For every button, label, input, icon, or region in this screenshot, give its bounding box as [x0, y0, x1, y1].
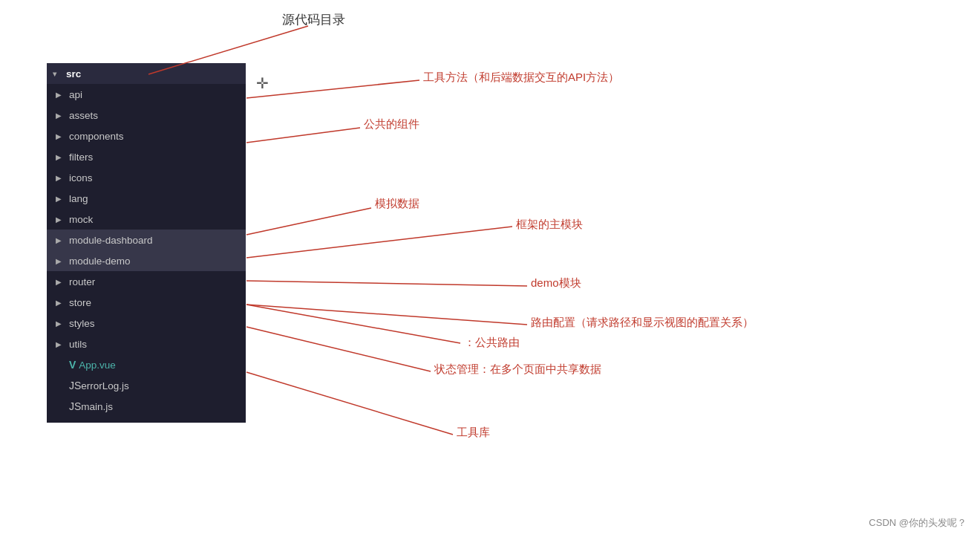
- arrow-icon: ▶: [56, 257, 66, 265]
- arrow-icon: ▶: [56, 319, 66, 328]
- item-label: router: [69, 276, 95, 287]
- item-label: store: [69, 297, 91, 308]
- tree-item-icons[interactable]: ▶ icons: [47, 167, 246, 188]
- svg-line-8: [246, 327, 431, 371]
- item-label: module-demo: [69, 256, 131, 267]
- tree-item-utils[interactable]: ▶ utils: [47, 334, 246, 354]
- tree-item-router[interactable]: ▶ router: [47, 271, 246, 292]
- tree-item-main-js[interactable]: ▶ JS main.js: [47, 396, 246, 417]
- page-title: 源代码目录: [282, 11, 345, 28]
- arrow-icon: ▶: [56, 278, 66, 286]
- arrow-icon: ▶: [56, 340, 66, 348]
- file-tree: ▾ src ▶ api ▶ assets ▶ components ▶ filt…: [47, 63, 246, 423]
- annotation-module-dashboard: 框架的主模块: [516, 218, 583, 232]
- item-label: mock: [69, 214, 93, 225]
- item-label: icons: [69, 172, 93, 183]
- arrow-icon: ▶: [56, 403, 66, 411]
- item-label: App.vue: [79, 360, 116, 371]
- tree-item-errorlog-js[interactable]: ▶ JS errorLog.js: [47, 375, 246, 396]
- tree-item-api[interactable]: ▶ api: [47, 84, 246, 105]
- annotation-utils: 工具库: [457, 426, 490, 440]
- arrow-icon: ▶: [56, 91, 66, 99]
- crosshair-icon: ✛: [256, 74, 269, 92]
- item-label: filters: [69, 152, 93, 163]
- item-label: utils: [69, 339, 87, 350]
- item-label: lang: [69, 193, 88, 204]
- arrow-icon: ▶: [56, 215, 66, 224]
- watermark: CSDN @你的头发呢？: [869, 516, 967, 530]
- arrow-icon: ▶: [56, 111, 66, 120]
- tree-item-store[interactable]: ▶ store: [47, 292, 246, 313]
- arrow-icon: ▶: [56, 382, 66, 390]
- svg-line-3: [246, 208, 371, 235]
- annotation-module-demo: demo模块: [531, 276, 581, 290]
- annotation-api: 工具方法（和后端数据交互的API方法）: [423, 71, 619, 85]
- arrow-icon: ▶: [56, 299, 66, 307]
- tree-item-styles[interactable]: ▶ styles: [47, 313, 246, 334]
- tree-root[interactable]: ▾ src: [47, 63, 246, 84]
- svg-line-4: [246, 227, 512, 258]
- tree-item-components[interactable]: ▶ components: [47, 126, 246, 146]
- tree-item-module-demo[interactable]: ▶ module-demo: [47, 250, 246, 271]
- svg-line-5: [246, 281, 527, 286]
- arrow-icon: ▶: [56, 195, 66, 203]
- tree-item-app-vue[interactable]: ▶ V App.vue: [47, 354, 246, 375]
- annotation-store: 状态管理：在多个页面中共享数据: [434, 362, 601, 377]
- js-badge-icon: JS: [69, 400, 81, 412]
- arrow-icon: ▶: [56, 153, 66, 161]
- arrow-icon: ▶: [56, 361, 66, 369]
- arrow-icon: ▶: [56, 236, 66, 244]
- annotation-router: 路由配置（请求路径和显示视图的配置关系）: [531, 316, 754, 330]
- tree-item-filters[interactable]: ▶ filters: [47, 146, 246, 167]
- root-label: src: [66, 68, 81, 79]
- item-label: components: [69, 131, 124, 142]
- item-label: errorLog.js: [81, 380, 129, 391]
- tree-item-lang[interactable]: ▶ lang: [47, 188, 246, 209]
- annotation-router-public: ：公共路由: [464, 336, 520, 350]
- annotation-mock: 模拟数据: [375, 197, 419, 211]
- item-label: assets: [69, 110, 98, 121]
- item-label: main.js: [81, 401, 113, 412]
- svg-line-1: [246, 80, 419, 98]
- item-label: module-dashboard: [69, 235, 153, 246]
- svg-line-2: [246, 128, 360, 143]
- svg-line-7: [246, 305, 460, 343]
- js-badge-icon: JS: [69, 380, 81, 391]
- tree-item-assets[interactable]: ▶ assets: [47, 105, 246, 126]
- arrow-icon: ▾: [53, 70, 63, 78]
- svg-line-6: [246, 305, 527, 325]
- vue-icon: V: [69, 359, 76, 371]
- tree-item-module-dashboard[interactable]: ▶ module-dashboard: [47, 230, 246, 250]
- item-label: styles: [69, 318, 95, 329]
- tree-item-mock[interactable]: ▶ mock: [47, 209, 246, 230]
- annotation-components: 公共的组件: [364, 117, 419, 131]
- arrow-icon: ▶: [56, 132, 66, 140]
- item-label: api: [69, 89, 82, 100]
- svg-line-9: [246, 372, 453, 435]
- arrow-icon: ▶: [56, 174, 66, 182]
